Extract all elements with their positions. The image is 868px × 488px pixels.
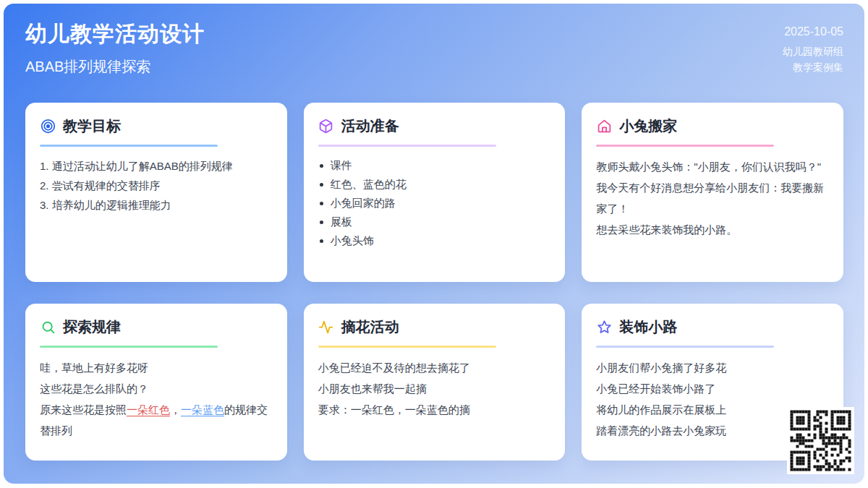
goals-list: 1. 通过活动让幼儿了解ABAB的排列规律 2. 尝试有规律的交替排序 3. 培… <box>40 156 273 215</box>
text-segment: ， <box>170 403 181 416</box>
card-header: 装饰小路 <box>596 317 829 337</box>
collection-label: 教学案例集 <box>783 59 843 75</box>
list-item: 展板 <box>318 213 551 231</box>
date-label: 2025-10-05 <box>783 25 843 38</box>
page: 幼儿教学活动设计 ABAB排列规律探索 2025-10-05 幼儿园教研组 教学… <box>0 0 868 488</box>
page-title: 幼儿教学活动设计 <box>25 20 205 49</box>
text-line: 小兔已经开始装饰小路了 <box>596 378 829 399</box>
activity-icon <box>318 320 334 335</box>
accent-underline <box>318 145 496 147</box>
text-segment: 原来这些花是按照 <box>40 403 127 416</box>
card-header: 摘花活动 <box>318 317 551 337</box>
accent-underline <box>596 145 774 147</box>
text-line: 原来这些花是按照一朵红色，一朵蓝色的规律交替排列 <box>40 399 273 441</box>
list-item: 1. 通过活动让幼儿了解ABAB的排列规律 <box>40 156 273 176</box>
card-grid: 教学目标 1. 通过活动让幼儿了解ABAB的排列规律 2. 尝试有规律的交替排序… <box>25 103 843 461</box>
text-line: 要求：一朵红色，一朵蓝色的摘 <box>318 399 551 420</box>
page-header: 幼儿教学活动设计 ABAB排列规律探索 <box>25 20 205 77</box>
picking-text: 小兔已经迫不及待的想去摘花了 小朋友也来帮我一起摘 要求：一朵红色，一朵蓝色的摘 <box>318 357 551 420</box>
moving-text: 教师头戴小兔头饰："小朋友，你们认识我吗？" 我今天有个好消息想分享给小朋友们：… <box>596 156 829 240</box>
home-icon <box>596 119 612 134</box>
text-line: 哇，草地上有好多花呀 <box>40 357 273 378</box>
text-line: 我今天有个好消息想分享给小朋友们：我要搬新家了！ <box>596 177 829 219</box>
target-icon <box>40 119 56 134</box>
card-header: 教学目标 <box>40 116 273 136</box>
accent-underline <box>318 346 496 348</box>
blue-flower-link[interactable]: 一朵蓝色 <box>181 403 224 416</box>
card-teaching-goals: 教学目标 1. 通过活动让幼儿了解ABAB的排列规律 2. 尝试有规律的交替排序… <box>25 103 287 282</box>
text-line: 这些花是怎么排队的？ <box>40 378 273 399</box>
card-bunny-moving: 小兔搬家 教师头戴小兔头饰："小朋友，你们认识我吗？" 我今天有个好消息想分享给… <box>582 103 843 282</box>
card-title: 教学目标 <box>63 116 121 136</box>
list-item: 小兔回家的路 <box>318 194 551 213</box>
prep-list: 课件 红色、蓝色的花 小兔回家的路 展板 小兔头饰 <box>318 156 551 250</box>
text-line: 小兔已经迫不及待的想去摘花了 <box>318 357 551 378</box>
accent-underline <box>40 346 218 348</box>
text-line: 教师头戴小兔头饰："小朋友，你们认识我吗？" <box>596 156 829 177</box>
card-title: 摘花活动 <box>341 317 399 337</box>
list-item: 红色、蓝色的花 <box>318 175 551 194</box>
header-meta: 2025-10-05 幼儿园教研组 教学案例集 <box>783 25 843 75</box>
accent-underline <box>40 145 218 147</box>
star-icon <box>596 320 612 335</box>
card-title: 探索规律 <box>63 317 121 337</box>
text-line: 小朋友也来帮我一起摘 <box>318 378 551 399</box>
card-header: 探索规律 <box>40 317 273 337</box>
card-title: 活动准备 <box>341 116 399 136</box>
explore-text: 哇，草地上有好多花呀 这些花是怎么排队的？ 原来这些花是按照一朵红色，一朵蓝色的… <box>40 357 273 441</box>
page-subtitle: ABAB排列规律探索 <box>25 57 205 77</box>
list-item: 3. 培养幼儿的逻辑推理能力 <box>40 195 273 215</box>
package-icon <box>318 119 334 134</box>
card-header: 活动准备 <box>318 116 551 136</box>
accent-underline <box>596 346 774 348</box>
search-icon <box>40 320 56 335</box>
card-explore-pattern: 探索规律 哇，草地上有好多花呀 这些花是怎么排队的？ 原来这些花是按照一朵红色，… <box>25 304 287 461</box>
card-activity-prep: 活动准备 课件 红色、蓝色的花 小兔回家的路 展板 小兔头饰 <box>304 103 566 282</box>
red-flower-link[interactable]: 一朵红色 <box>127 403 170 416</box>
list-item: 小兔头饰 <box>318 231 551 250</box>
card-title: 装饰小路 <box>619 317 677 337</box>
card-flower-picking: 摘花活动 小兔已经迫不及待的想去摘花了 小朋友也来帮我一起摘 要求：一朵红色，一… <box>304 304 566 461</box>
card-title: 小兔搬家 <box>619 116 677 136</box>
text-line: 想去采些花来装饰我的小路。 <box>596 219 829 240</box>
card-header: 小兔搬家 <box>596 116 829 136</box>
text-line: 小朋友们帮小兔摘了好多花 <box>596 357 829 378</box>
list-item: 课件 <box>318 156 551 175</box>
qr-code <box>787 407 854 474</box>
list-item: 2. 尝试有规律的交替排序 <box>40 176 273 195</box>
org-label: 幼儿园教研组 <box>783 43 843 59</box>
